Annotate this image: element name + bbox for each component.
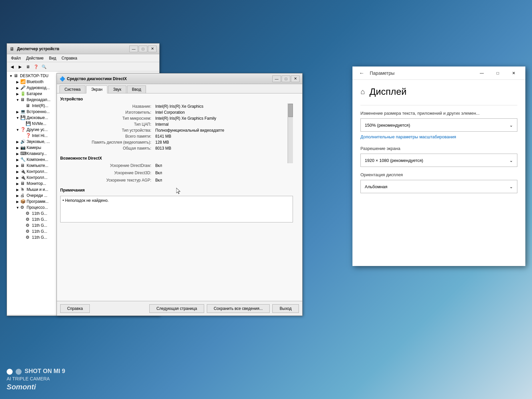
- maximize-button[interactable]: □: [139, 46, 147, 52]
- dx-close-button[interactable]: ✕: [291, 75, 300, 82]
- next-page-button[interactable]: Следующая страница: [149, 304, 204, 313]
- settings-content: ⌂ Дисплей Изменение размера текста, прил…: [352, 80, 525, 266]
- table-row: Тип ЦАП: Internal: [60, 121, 293, 127]
- notes-section: • Неполадок не найдено.: [60, 196, 293, 222]
- device-manager-titlebar: 🖥 Диспетчер устройств — □ ✕: [7, 44, 159, 54]
- table-row: Общая память: 8013 MB: [60, 145, 293, 151]
- orientation-value: Альбомная: [365, 184, 387, 189]
- directx-titlebar: 🔷 Средство диагностики DirectX — □ ✕: [57, 73, 302, 84]
- tree-icon[interactable]: 🖥: [24, 63, 32, 70]
- scale-link[interactable]: Дополнительные параметры масштабирования: [360, 134, 517, 139]
- menu-action[interactable]: Действие: [24, 55, 47, 61]
- chevron-down-icon: ⌄: [509, 158, 513, 163]
- watermark-brand: Somonti: [7, 382, 65, 392]
- settings-title: Параметры: [370, 70, 395, 76]
- watermark: SHOT ON MI 9 AI TRIPLE CAMERA Somonti: [7, 367, 65, 392]
- note-item: • Неполадок не найдено.: [63, 198, 291, 203]
- tab-sound[interactable]: Звук: [108, 85, 126, 93]
- root-label: DESKTOP-TDU: [20, 73, 49, 78]
- directx-content: Устройство Название: Intel(R) Iris(R) Xe…: [57, 93, 302, 302]
- device-manager-icon: 🖥: [10, 46, 15, 52]
- menu-bar: Файл Действие Вид Справка: [7, 54, 159, 62]
- divider: [360, 105, 517, 105]
- scrollbar[interactable]: [288, 103, 293, 163]
- device-section-header: Устройство: [60, 97, 293, 101]
- chevron-down-icon: ⌄: [509, 123, 513, 128]
- cap-label: Ускорение текстур AGP:: [60, 177, 153, 183]
- circle2: [16, 369, 22, 375]
- directx-footer: Справка Следующая страница Сохранить все…: [57, 301, 302, 316]
- field-label: Всего памяти:: [60, 133, 153, 139]
- settings-close-button[interactable]: ✕: [506, 68, 521, 78]
- field-value: Intel Corporation: [153, 109, 293, 115]
- field-value: Полнофункциональный видеоадапте: [153, 127, 293, 133]
- cap-value: Вкл: [153, 163, 293, 169]
- dx-minimize-button[interactable]: —: [272, 75, 281, 82]
- help-icon[interactable]: ❓: [32, 63, 40, 70]
- scale-label: Изменение размера текста, приложений и д…: [360, 111, 517, 116]
- orientation-container: Ориентация дисплея Альбомная ⌄: [360, 172, 517, 193]
- close-button[interactable]: ✕: [148, 46, 157, 52]
- scale-value: 150% (рекомендуется): [365, 123, 410, 128]
- menu-file[interactable]: Файл: [8, 55, 24, 61]
- help-button[interactable]: Справка: [60, 304, 90, 313]
- field-value: 8141 MB: [153, 133, 293, 139]
- table-row: Ускорение текстур AGP: Вкл: [60, 177, 293, 183]
- field-value: 128 MB: [153, 139, 293, 145]
- device-manager-title: Диспетчер устройств: [17, 47, 129, 51]
- toolbar: ◀ ▶ 🖥 ❓ 🔍: [7, 62, 159, 71]
- circle1: [7, 369, 13, 375]
- table-row: Ускорение DirectDraw: Вкл: [60, 163, 293, 169]
- resolution-value: 1920 × 1080 (рекомендуется): [365, 158, 423, 163]
- table-row: Изготовитель: Intel Corporation: [60, 109, 293, 115]
- field-label: Изготовитель:: [60, 109, 153, 115]
- tab-system[interactable]: Система: [60, 85, 85, 93]
- orientation-label: Ориентация дисплея: [360, 172, 517, 177]
- field-label: Тип ЦАП:: [60, 121, 153, 127]
- settings-minimize-button[interactable]: —: [474, 68, 489, 78]
- field-label: Название:: [60, 103, 153, 109]
- table-row: Всего памяти: 8141 MB: [60, 133, 293, 139]
- field-label: Память дисплея (видеопамять):: [60, 139, 153, 145]
- menu-help[interactable]: Справка: [59, 55, 80, 61]
- table-row: Тип микросхем: Intel(R) Iris(R) Xe Graph…: [60, 115, 293, 121]
- scroll-thumb[interactable]: [288, 104, 293, 117]
- field-label: Тип микросхем:: [60, 115, 153, 121]
- home-icon: ⌂: [360, 87, 365, 96]
- device-manager-titlebar-buttons: — □ ✕: [129, 46, 157, 52]
- scan-icon[interactable]: 🔍: [40, 63, 48, 70]
- root-expander: ▼: [8, 74, 14, 78]
- menu-view[interactable]: Вид: [46, 55, 59, 61]
- directx-window: 🔷 Средство диагностики DirectX — □ ✕ Сис…: [57, 73, 303, 316]
- save-all-button[interactable]: Сохранить все сведения...: [207, 304, 270, 313]
- settings-titlebar: ← Параметры — □ ✕: [352, 66, 525, 80]
- watermark-line1: SHOT ON MI 9: [25, 368, 65, 374]
- chevron-down-icon: ⌄: [509, 184, 513, 189]
- scale-dropdown[interactable]: 150% (рекомендуется) ⌄: [360, 118, 517, 132]
- settings-back-button[interactable]: ←: [356, 68, 367, 78]
- root-icon: 🖥: [14, 73, 19, 78]
- resolution-label: Разрешение экрана: [360, 146, 517, 151]
- directx-titlebar-buttons: — □ ✕: [272, 75, 300, 82]
- field-value: Intel(R) Iris(R) Xe Graphics Family: [153, 115, 293, 121]
- exit-button[interactable]: Выход: [272, 304, 299, 313]
- field-label: Общая память:: [60, 145, 153, 151]
- tab-screen[interactable]: Экран: [86, 85, 107, 93]
- back-icon[interactable]: ◀: [8, 63, 16, 70]
- dx-maximize-button[interactable]: □: [282, 75, 290, 82]
- resolution-dropdown[interactable]: 1920 × 1080 (рекомендуется) ⌄: [360, 154, 517, 167]
- directx-title: Средство диагностики DirectX: [67, 76, 272, 81]
- watermark-line2: AI TRIPLE CAMERA: [7, 376, 65, 382]
- settings-maximize-button[interactable]: □: [490, 68, 505, 78]
- notes-section-header: Примечания: [60, 188, 293, 193]
- settings-page-title: Дисплей: [369, 86, 406, 97]
- field-value: 8013 MB: [153, 145, 293, 151]
- field-value: Internal: [153, 121, 293, 127]
- forward-icon[interactable]: ▶: [16, 63, 24, 70]
- orientation-dropdown[interactable]: Альбомная ⌄: [360, 180, 517, 193]
- settings-window: ← Параметры — □ ✕ ⌂ Дисплей Изменение ра…: [352, 66, 525, 266]
- settings-page-header: ⌂ Дисплей: [360, 86, 517, 97]
- tab-input[interactable]: Ввод: [127, 85, 146, 93]
- minimize-button[interactable]: —: [129, 46, 138, 52]
- field-value: Intel(R) Iris(R) Xe Graphics: [153, 103, 293, 109]
